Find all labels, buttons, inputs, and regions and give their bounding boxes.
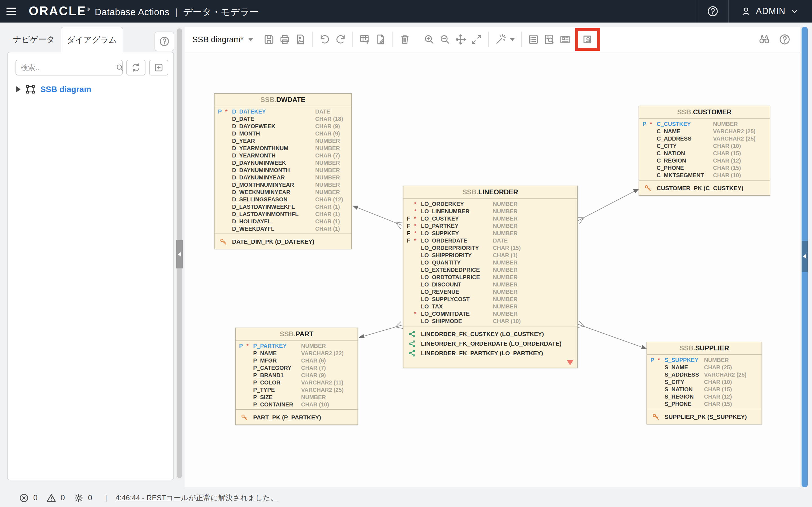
add-diagram-button[interactable] [149, 60, 168, 75]
diagram-select-caret-icon[interactable] [248, 38, 253, 41]
zoom-in-button[interactable] [421, 32, 437, 47]
auto-layout-icon [495, 33, 507, 46]
print-button[interactable] [277, 32, 293, 47]
zoom-out-icon [439, 33, 451, 46]
status-divider: | [105, 494, 107, 502]
column-row: P_NAMEVARCHAR2 (22) [236, 349, 357, 357]
connector-lineorder-supplier[interactable] [576, 321, 647, 349]
right-panel-collapsed-strip[interactable] [802, 27, 808, 487]
er-table-part[interactable]: SSB.PARTP*P_PARTKEYNUMBERP_NAMEVARCHAR2 … [235, 328, 358, 425]
toolbar-separator [488, 32, 489, 47]
edit-object-button[interactable] [373, 32, 389, 47]
collapse-arrow-icon [178, 252, 181, 257]
table-keys-section: SUPPLIER_PK (S_SUPPKEY) [647, 409, 762, 424]
diagram-icon [25, 84, 36, 95]
fit-screen-button[interactable] [469, 32, 485, 47]
view-doc-search-button[interactable] [541, 32, 557, 47]
table-keys-section: DATE_DIM_PK (D_DATEKEY) [214, 233, 351, 249]
arrowhead-icon [641, 345, 647, 349]
column-row: D_YEARNUMBER [214, 137, 351, 145]
primary-key-row: SUPPLIER_PK (S_SUPPKEY) [647, 412, 762, 421]
column-row: LO_ORDERPRIORITYCHAR (15) [403, 244, 577, 251]
tree-item-ssb-diagram[interactable]: SSB diagram [16, 84, 91, 95]
column-row: LO_DISCOUNTNUMBER [403, 281, 577, 288]
undo-button[interactable] [317, 32, 333, 47]
help-button[interactable] [777, 32, 793, 47]
table-keys-section: LINEORDER_FK_CUSTKEY (LO_CUSTKEY)LINEORD… [403, 326, 577, 368]
tab-navigator[interactable]: ナビゲータ [8, 27, 59, 52]
column-row: D_YEARMONTHNUMNUMBER [214, 145, 351, 152]
er-table-supplier[interactable]: SSB.SUPPLIERP*S_SUPPKEYNUMBERS_NAMECHAR … [647, 342, 762, 425]
toolbar-separator [521, 32, 522, 47]
save-button[interactable] [261, 32, 277, 47]
column-row: D_WEEKDAYFLCHAR (1) [214, 225, 351, 232]
delete-button[interactable] [397, 32, 413, 47]
er-table-customer[interactable]: SSB.CUSTOMERP*C_CUSTKEYNUMBERC_NAMEVARCH… [639, 106, 770, 196]
column-row: P*D_DATEKEYDATE [214, 108, 351, 115]
pk-key-icon [647, 413, 665, 421]
oracle-logo: ORACLE [29, 4, 86, 18]
panel-help-button[interactable] [154, 32, 174, 51]
pan-button[interactable] [453, 32, 469, 47]
column-row: *LO_LINENUMBERNUMBER [403, 208, 577, 215]
edit-object-icon [374, 33, 387, 46]
errors-icon[interactable] [18, 493, 29, 503]
expand-caret-icon[interactable] [16, 86, 20, 93]
column-row: P*P_PARTKEYNUMBER [236, 342, 357, 349]
column-row: F*LO_PARTKEYNUMBER [403, 222, 577, 230]
table-keys-section: PART_PK (P_PARTKEY) [236, 409, 357, 425]
expand-arrow-icon [803, 254, 806, 259]
collapse-left-panel-handle[interactable] [176, 240, 183, 269]
help-icon [706, 5, 719, 18]
search-input[interactable] [20, 63, 115, 72]
refresh-button[interactable] [126, 60, 146, 75]
product-name: Database Actions [95, 7, 169, 17]
pk-key-icon [639, 184, 657, 192]
column-row: LO_ORDTOTALPRICENUMBER [403, 274, 577, 281]
view-list-button[interactable] [525, 32, 541, 47]
zoom-out-button[interactable] [437, 32, 453, 47]
processes-icon[interactable] [73, 493, 84, 503]
add-table-button[interactable] [357, 32, 373, 47]
arrowhead-icon [633, 189, 639, 193]
expand-right-panel-handle[interactable] [802, 241, 808, 272]
redo-icon [335, 33, 347, 46]
connector-lineorder-customer[interactable] [576, 189, 639, 224]
status-message-link[interactable]: 4:46:44 - RESTコールが正常に解決されました。 [116, 493, 278, 503]
help-button[interactable] [697, 0, 728, 22]
foreign-key-row: LINEORDER_FK_CUSTKEY (LO_CUSTKEY) [403, 329, 577, 339]
auto-layout-caret-icon[interactable] [510, 38, 515, 41]
print-icon [278, 33, 291, 46]
view-card-button[interactable] [557, 32, 573, 47]
connector-lineorder-part[interactable] [359, 322, 403, 339]
column-row: C_NATIONCHAR (15) [639, 150, 770, 157]
view-doc-search-icon [543, 33, 555, 46]
view-doc-report-button[interactable] [580, 32, 596, 47]
column-row: D_WEEKNUMINYEARNUMBER [214, 188, 351, 196]
column-row: P*S_SUPPKEYNUMBER [647, 356, 762, 363]
column-row: P_CATEGORYCHAR (7) [236, 364, 357, 372]
binoculars-button[interactable] [756, 32, 772, 47]
redo-button[interactable] [333, 32, 349, 47]
diagram-toolbar: SSB diagram* [185, 27, 800, 52]
warnings-icon[interactable] [46, 493, 57, 503]
column-row: LO_SHIPMODECHAR (10) [403, 318, 577, 325]
diagram-title[interactable]: SSB diagram* [192, 35, 244, 44]
tree-item-label[interactable]: SSB diagram [40, 85, 91, 94]
er-table-lineorder[interactable]: SSB.LINEORDER*LO_ORDERKEYNUMBER*LO_LINEN… [403, 186, 578, 368]
auto-layout-button[interactable] [493, 32, 509, 47]
user-icon [740, 5, 752, 17]
left-panel-scrollbar[interactable] [176, 27, 183, 480]
er-table-dwdate[interactable]: SSB.DWDATEP*D_DATEKEYDATED_DATECHAR (18)… [214, 93, 352, 249]
export-image-icon [294, 33, 307, 46]
save-icon [263, 33, 275, 46]
tab-diagrams[interactable]: ダイアグラム [61, 27, 123, 52]
diagram-canvas[interactable]: SSB.DWDATEP*D_DATEKEYDATED_DATECHAR (18)… [185, 52, 800, 487]
primary-key-row: DATE_DIM_PK (D_DATEKEY) [214, 237, 351, 246]
export-image-button[interactable] [293, 32, 308, 47]
menu-icon[interactable] [0, 0, 22, 22]
user-menu[interactable]: ADMIN [729, 0, 812, 22]
more-content-indicator-icon[interactable] [567, 360, 573, 365]
search-icon [115, 63, 124, 72]
connector-lineorder-dwdate[interactable] [352, 206, 403, 229]
